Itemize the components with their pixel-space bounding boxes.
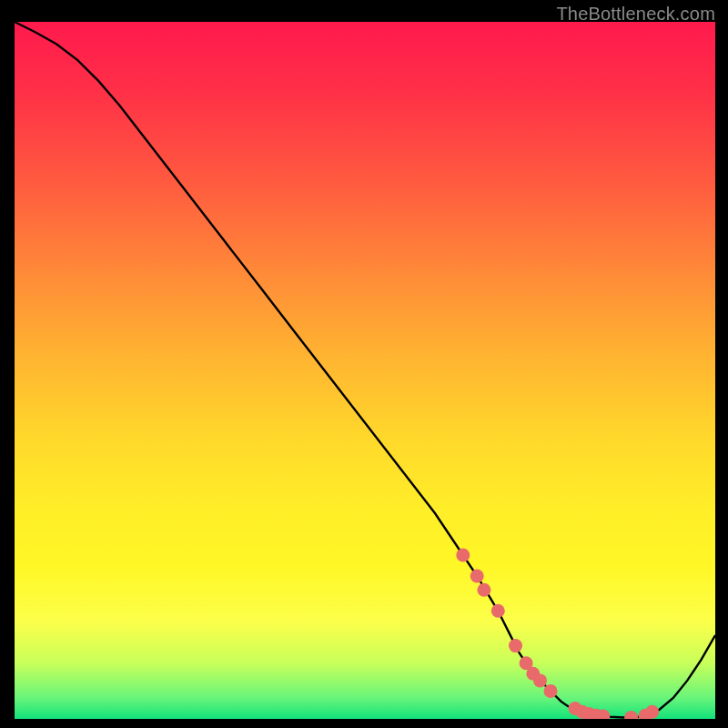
- marker-point: [477, 583, 490, 597]
- marker-point: [544, 684, 558, 698]
- marker-point: [470, 570, 484, 583]
- marker-point: [533, 673, 547, 687]
- chart-frame: TheBottleneck.com: [0, 0, 728, 728]
- marker-group: [456, 549, 659, 720]
- chart-svg: [15, 22, 715, 719]
- curve-line: [15, 22, 715, 718]
- marker-point: [456, 549, 470, 562]
- marker-point: [645, 705, 659, 719]
- marker-point: [509, 639, 522, 652]
- marker-point: [624, 711, 638, 719]
- marker-point: [491, 604, 505, 618]
- plot-area: [15, 22, 715, 719]
- attribution-label: TheBottleneck.com: [556, 4, 715, 25]
